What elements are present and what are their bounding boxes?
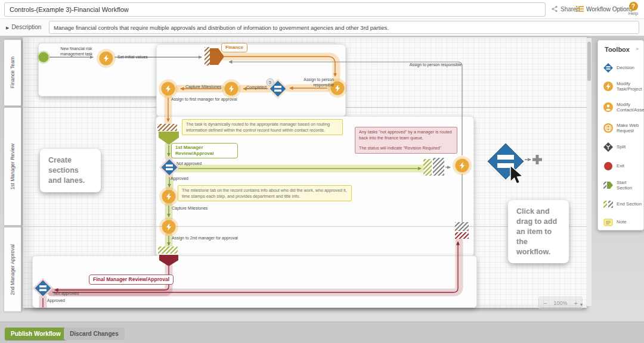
help-label: Help: [626, 11, 641, 16]
first-manager-section-label[interactable]: 1st Manager Review/Approval: [171, 143, 238, 158]
lightning-icon: [603, 81, 614, 92]
tooltip-create-sections: Create sections and lanes.: [40, 149, 101, 192]
note-milestone[interactable]: The milestone tab on the record contains…: [178, 185, 352, 201]
toolbox-title: Toolbox: [605, 46, 630, 53]
capture-milestones-2-label: Capture Milestones: [172, 205, 208, 211]
toolbox-item-note[interactable]: Note: [603, 217, 642, 227]
assign-first-manager-label: Assign to first manager for approval: [171, 96, 237, 102]
lane-header-2nd-manager-approval[interactable]: 2nd Manager Approval: [4, 227, 21, 312]
shared-icon: [551, 5, 558, 13]
note-not-approved[interactable]: Any tasks "not approved" by a manager is…: [355, 127, 457, 154]
split-icon: [603, 142, 614, 152]
toolbox-item-end-section[interactable]: End Section: [603, 199, 642, 210]
toolbox-item-split[interactable]: Split: [603, 142, 642, 152]
description-input[interactable]: [49, 21, 639, 34]
zoom-in-button[interactable]: +: [574, 300, 578, 307]
zoom-out-button[interactable]: −: [543, 300, 547, 307]
capture-milestones-1-label: Capture Milestones: [185, 84, 221, 89]
not-approved-1-label: Not approved: [177, 161, 202, 166]
tooltip-click-drag: Click and drag to add an item to the wor…: [508, 200, 569, 263]
final-manager-section-label[interactable]: Final Manager Review/Approval: [89, 275, 174, 285]
not-approved-2-label: Not approved: [54, 291, 79, 296]
workflow-options-button[interactable]: Workflow Options: [576, 5, 633, 13]
toolbox-item-start-section[interactable]: Start Section: [603, 180, 642, 191]
toolbox-panel: Toolbox » Decision Modify Task/Project M…: [597, 40, 644, 230]
assign-person-label: Assign to person responsible: [297, 77, 334, 88]
workflow-canvas-area: Finance Team 1st Manager Review 2nd Mana…: [0, 36, 644, 322]
description-label: Description: [11, 24, 41, 30]
start-node-label: New financial risk management task: [51, 46, 101, 57]
toolbox-item-label: Exit: [617, 163, 624, 169]
toolbox-item-label: Modify Task/Project: [617, 81, 642, 92]
assign-second-manager-label: Assign to 2nd manager for approval: [172, 235, 238, 241]
scroll-down-icon[interactable]: ▾: [580, 302, 583, 307]
toolbox-item-modify-task[interactable]: Modify Task/Project: [603, 81, 642, 92]
toolbox-item-make-web-request[interactable]: Make Web Request: [603, 123, 642, 134]
note-line: Any tasks "not approved" by a manager is…: [359, 129, 453, 141]
globe-icon: [603, 123, 614, 133]
toolbox-item-label: Split: [617, 144, 626, 149]
lane-label: 2nd Manager Approval: [10, 244, 16, 295]
start-section-icon: [603, 180, 614, 191]
discard-changes-button[interactable]: Discard Changes: [64, 328, 125, 340]
workflow-designer-app: Shared Workflow Options ? Help ▶Descript…: [0, 0, 644, 343]
toolbox-item-modify-contact[interactable]: Modify Contact/Asset: [603, 102, 642, 113]
description-row: ▶Description: [0, 18, 644, 36]
vertical-scrollbar[interactable]: [587, 38, 592, 306]
toolbox-item-label: Make Web Request: [617, 123, 642, 134]
assign-person-loop-label: Assign to person responsible: [407, 63, 462, 68]
toolbox-item-label: Start Section: [617, 180, 642, 191]
bottom-action-bar: Publish Workflow Discard Changes: [0, 322, 644, 343]
end-section-icon: [603, 199, 614, 210]
completed-label: Completed: [246, 85, 267, 90]
publish-workflow-button[interactable]: Publish Workflow: [5, 328, 67, 340]
workflow-title-input[interactable]: [4, 2, 546, 17]
person-icon: [603, 102, 614, 113]
toolbox-item-label: End Section: [617, 201, 642, 207]
lane-header-finance-team[interactable]: Finance Team: [4, 39, 21, 106]
set-initial-values-label: Set initial values: [117, 54, 148, 60]
toolbox-item-label: Note: [617, 219, 626, 224]
help-icon: ?: [629, 2, 638, 11]
lane-divider: [23, 226, 587, 227]
decision-icon: [603, 63, 614, 73]
toolbox-collapse-icon[interactable]: »: [636, 46, 639, 52]
toolbox-item-exit[interactable]: Exit: [603, 161, 642, 172]
lane-header-1st-manager-review[interactable]: 1st Manager Review: [4, 107, 21, 226]
zoom-control: − 100% +: [538, 297, 583, 309]
top-bar: Shared Workflow Options ? Help: [0, 0, 644, 18]
toolbox-item-label: Modify Contact/Asset: [617, 102, 644, 113]
workflow-options-icon: [576, 5, 584, 13]
description-toggle[interactable]: ▶Description: [6, 24, 41, 30]
scrollbar-thumb[interactable]: [587, 42, 591, 81]
note-icon: [603, 217, 614, 227]
note-routing[interactable]: The task is dynamically routed to the ap…: [182, 119, 343, 135]
lane-label: 1st Manager Review: [10, 144, 16, 189]
toolbox-item-decision[interactable]: Decision: [603, 63, 642, 73]
toolbox-item-label: Decision: [617, 65, 634, 70]
lane-label: Finance Team: [10, 57, 16, 88]
zoom-level: 100%: [553, 300, 567, 306]
exit-icon: [603, 161, 614, 172]
finance-section-label[interactable]: Finance: [221, 43, 247, 52]
approved-2-label: Approved: [47, 298, 65, 303]
shared-status[interactable]: Shared: [551, 5, 580, 13]
help-button[interactable]: ? Help: [626, 2, 641, 16]
approved-1-label: Approved: [171, 176, 188, 181]
note-line: The status will indicate "Revision Requi…: [359, 145, 453, 151]
expand-arrow-icon: ▶: [6, 26, 9, 30]
